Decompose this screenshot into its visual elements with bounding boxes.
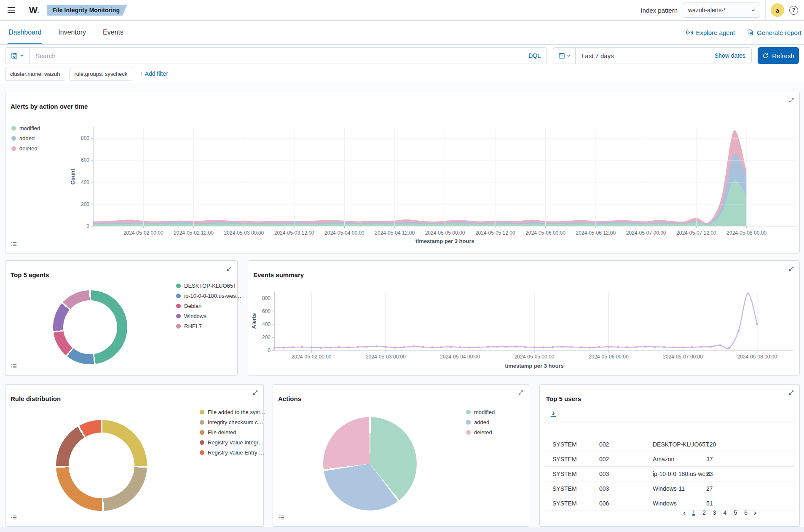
- add-filter-link[interactable]: + Add filter: [140, 70, 168, 77]
- legend-item[interactable]: deleted: [466, 428, 495, 436]
- expand-panel-button[interactable]: [517, 389, 525, 398]
- legend-item[interactable]: Debian: [176, 302, 241, 310]
- donut-hole: [63, 300, 117, 354]
- page-button[interactable]: 3: [711, 508, 718, 517]
- filter-pill-rule-groups[interactable]: rule.groups: syscheck: [70, 67, 133, 80]
- events-plot: 2024-05-02 00:002024-05-03 00:002024-05-…: [248, 261, 799, 375]
- legend-item[interactable]: Windows: [176, 312, 241, 320]
- calendar-button[interactable]: [553, 48, 576, 64]
- legend-label: RHEL7: [184, 323, 202, 329]
- list-icon: [11, 363, 17, 369]
- show-dates-link[interactable]: Show dates: [715, 52, 751, 59]
- agents-donut-chart[interactable]: [53, 290, 127, 364]
- legend-label: Registry Value Entry …: [208, 449, 264, 456]
- users-pagination: ‹123456›: [682, 508, 757, 517]
- expand-panel-button[interactable]: [788, 389, 795, 398]
- svg-text:2024-05-06 12:00: 2024-05-06 12:00: [576, 230, 616, 236]
- table-cell: SYSTEM: [552, 500, 577, 507]
- svg-text:200: 200: [81, 201, 89, 207]
- legend-dot-icon: [466, 410, 471, 414]
- help-icon[interactable]: [789, 6, 798, 15]
- page-button[interactable]: 6: [742, 508, 749, 517]
- rules-donut-chart[interactable]: [56, 420, 147, 511]
- legend-label: modified: [474, 409, 495, 415]
- saved-queries-button[interactable]: [5, 48, 29, 64]
- panel-rule-distribution: Rule distribution File added to the syst…: [5, 384, 264, 527]
- refresh-button[interactable]: Refresh: [758, 47, 799, 64]
- legend-dot-icon: [176, 283, 181, 288]
- menu-button[interactable]: [6, 5, 17, 15]
- page-button[interactable]: 4: [722, 508, 729, 517]
- legend-item[interactable]: added: [466, 418, 495, 426]
- dql-selector[interactable]: DQL: [528, 52, 547, 59]
- tab-dashboard[interactable]: Dashboard: [8, 21, 42, 44]
- legend-toggle-button[interactable]: [278, 513, 286, 523]
- svg-text:400: 400: [262, 321, 271, 327]
- alerts-plot: 2024-05-02 00:002024-05-02 12:002024-05-…: [5, 92, 799, 253]
- legend-item[interactable]: modified: [11, 124, 40, 132]
- actions-pie-chart[interactable]: [323, 417, 417, 511]
- expand-panel-button[interactable]: [252, 389, 259, 398]
- index-pattern-select[interactable]: wazuh-alerts-*: [683, 3, 760, 18]
- panel-actions: Actions modifiedaddeddeleted: [273, 384, 529, 527]
- svg-text:2024-05-03 00:00: 2024-05-03 00:00: [224, 230, 264, 236]
- table-cell: 003: [599, 471, 609, 477]
- table-cell: SYSTEM: [552, 441, 577, 448]
- table-cell: SYSTEM: [552, 456, 577, 462]
- report-document-icon: [748, 29, 754, 36]
- download-csv-button[interactable]: [549, 410, 557, 420]
- wazuh-logo[interactable]: W.: [29, 5, 40, 15]
- search-input[interactable]: [29, 52, 528, 59]
- filter-row: cluster.name: wazuh rule.groups: syschec…: [5, 67, 799, 80]
- expand-panel-button[interactable]: [225, 265, 233, 274]
- legend-dot-icon: [466, 420, 471, 425]
- legend-label: added: [19, 135, 35, 142]
- table-cell: Amazon: [653, 456, 674, 462]
- svg-text:Alerts: Alerts: [251, 313, 257, 329]
- legend-item[interactable]: RHEL7: [176, 322, 241, 330]
- legend-item[interactable]: Registry Value Integr…: [200, 438, 265, 446]
- page-button[interactable]: 1: [690, 508, 697, 517]
- breadcrumb-badge[interactable]: File Integrity Monitoring: [47, 5, 127, 16]
- legend-label: Integrity checksum c…: [208, 419, 263, 425]
- panel-alerts-by-action: Alerts by action over time modifiedadded…: [5, 92, 800, 253]
- generate-report-button[interactable]: Generate report: [748, 29, 801, 36]
- avatar[interactable]: a: [771, 3, 784, 17]
- panel-top5-agents: Top 5 agents DESKTOP-KLUO65Tip-10-0-0-18…: [5, 260, 238, 375]
- donut-hole: [69, 433, 135, 499]
- legend-toggle-button[interactable]: [10, 240, 18, 249]
- svg-text:2024-05-04 00:00: 2024-05-04 00:00: [440, 354, 480, 360]
- legend-item[interactable]: Registry Value Entry …: [200, 449, 265, 457]
- legend-toggle-button[interactable]: [10, 513, 18, 523]
- time-range-value[interactable]: Last 7 days: [576, 52, 715, 59]
- expand-icon: [788, 266, 794, 272]
- legend-item[interactable]: ip-10-0-0-180.us-wes…: [176, 292, 241, 300]
- legend-item[interactable]: Integrity checksum c…: [200, 418, 265, 426]
- prev-page-button[interactable]: ‹: [682, 509, 686, 516]
- explore-agent-button[interactable]: Explore agent: [686, 29, 735, 36]
- legend-item[interactable]: modified: [466, 408, 495, 416]
- table-cell: Windows: [653, 500, 677, 507]
- legend-toggle-button[interactable]: [10, 362, 18, 372]
- list-icon: [279, 514, 285, 521]
- svg-text:2024-05-04 00:00: 2024-05-04 00:00: [324, 230, 364, 236]
- legend-item[interactable]: deleted: [11, 144, 40, 152]
- legend-item[interactable]: File added to the syst…: [200, 408, 265, 416]
- filter-pill-cluster[interactable]: cluster.name: wazuh: [5, 67, 65, 80]
- tab-events[interactable]: Events: [102, 21, 124, 44]
- table-cell: 33: [706, 471, 713, 477]
- panel-title: Alerts by action over time: [11, 103, 88, 110]
- page-button[interactable]: 2: [701, 508, 708, 517]
- legend-item[interactable]: DESKTOP-KLUO65T: [176, 282, 241, 290]
- svg-text:2024-05-08 00:00: 2024-05-08 00:00: [726, 230, 766, 236]
- expand-panel-button[interactable]: [788, 96, 795, 105]
- legend-label: deleted: [474, 429, 492, 436]
- legend-dot-icon: [200, 440, 204, 445]
- legend-item[interactable]: added: [11, 134, 40, 142]
- index-pattern-label: Index pattern: [641, 7, 678, 14]
- next-page-button[interactable]: ›: [753, 509, 757, 516]
- page-button[interactable]: 5: [732, 508, 739, 517]
- tab-inventory[interactable]: Inventory: [57, 21, 87, 44]
- expand-panel-button[interactable]: [788, 265, 795, 274]
- legend-item[interactable]: File deleted.: [200, 428, 265, 436]
